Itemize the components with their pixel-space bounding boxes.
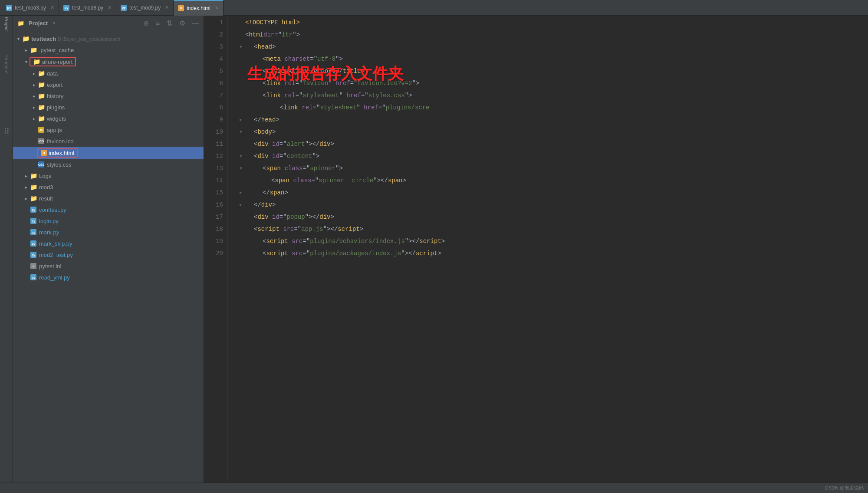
project-header: 📁 Project ▾ ⊕ ≡ ⇅ ⚙ —: [13, 16, 204, 31]
tab-close-icon[interactable]: ✕: [50, 5, 54, 10]
folder-icon: 📁: [37, 92, 45, 99]
tab-close-icon[interactable]: ✕: [215, 5, 219, 11]
code-line-18: <script src="app.js"></script>: [237, 223, 868, 235]
tree-item-login-py[interactable]: py login.py: [13, 215, 204, 227]
tree-label-mark-py: mark.py: [39, 229, 59, 236]
tree-item-read-yml-py[interactable]: py read_yml.py: [13, 272, 204, 283]
chevron-icon: [23, 46, 30, 53]
tree-item-widgets[interactable]: 📁 widgets: [13, 113, 204, 124]
chevron-icon: [30, 70, 37, 77]
tree-item-allure-report[interactable]: 📁 allure-report: [13, 56, 204, 68]
tree-label-read-yml-py: read_yml.py: [39, 274, 70, 281]
tree-item-styles-css[interactable]: CSS styles.css: [13, 159, 204, 170]
tree-item-mod2-test-py[interactable]: py mod2_test.py: [13, 249, 204, 260]
folder-icon-allure: 📁: [33, 58, 40, 65]
code-line-12: ▾ <div id="content">: [237, 150, 868, 162]
tab-test_mod8[interactable]: py test_mod8.py ✕: [59, 0, 116, 16]
tab-index_html[interactable]: H index.html ✕: [174, 0, 224, 16]
code-line-11: <div id="alert"></div>: [237, 138, 868, 150]
py-file-icon: py: [30, 206, 37, 213]
ico-file-icon: ICO: [37, 138, 45, 145]
tree-label-data: data: [47, 70, 58, 77]
tree-item-result[interactable]: 📁 result: [13, 193, 204, 204]
fold-marker[interactable]: ▸: [237, 187, 245, 199]
highlight-box-index: H index.html: [37, 148, 78, 158]
tree-item-mod3[interactable]: 📁 mod3: [13, 181, 204, 193]
fold-marker[interactable]: ▾: [237, 150, 245, 162]
sidebar-item-structure[interactable]: Structure: [1, 59, 12, 69]
tree-label-app-js: app.js: [47, 127, 62, 133]
code-line-14: <span class="spinner__circle"></span>: [237, 174, 868, 187]
sidebar-item-extra[interactable]: ⠿: [1, 125, 12, 135]
folder-icon: 📁: [30, 195, 37, 202]
folder-icon: 📁: [37, 81, 45, 88]
code-line-17: <div id="popup"></div>: [237, 211, 868, 223]
code-line-10: ▾ <body>: [237, 126, 868, 138]
tab-close-icon[interactable]: ✕: [165, 5, 169, 10]
tree-item-pytest-cache[interactable]: 📁 .pytest_cache: [13, 44, 204, 56]
tab-close-icon[interactable]: ✕: [108, 5, 112, 10]
sort-icon[interactable]: ⇅: [167, 19, 172, 27]
tree-label-favicon: favicon.ico: [47, 138, 73, 145]
ini-file-icon: ≡: [30, 263, 37, 270]
project-title: Project: [29, 20, 48, 26]
tree-label-mod2-test-py: mod2_test.py: [39, 252, 73, 258]
gear-icon[interactable]: ⚙: [179, 19, 185, 27]
tree-label-widgets: widgets: [47, 115, 66, 122]
tab-bar: py test_mod3.py ✕ py test_mod8.py ✕ py t…: [0, 0, 868, 16]
fold-marker[interactable]: ▾: [237, 41, 245, 53]
tree-item-logs[interactable]: 📁 Logs: [13, 170, 204, 181]
tree-label-conftest-py: conftest.py: [39, 207, 66, 213]
fold-marker[interactable]: ▸: [237, 114, 245, 126]
tree-item-export[interactable]: 📁 export: [13, 79, 204, 90]
code-line-2: <html dir="ltr">: [237, 29, 868, 41]
folder-icon: 📁: [30, 184, 37, 191]
file-tree: 📁 testteach D:\Buyer_test_code\testteach…: [13, 31, 204, 483]
code-line-4: <meta charset="utf-8">: [237, 53, 868, 65]
sidebar-item-project[interactable]: Project: [1, 19, 12, 30]
reformat-icon[interactable]: ≡: [156, 20, 160, 27]
code-line-3: ▾ <head>: [237, 41, 868, 53]
code-line-7: <link rel="stylesheet" href="styles.css"…: [237, 89, 868, 102]
tree-label-logs: Logs: [39, 173, 51, 179]
tree-label-pytest-cache: .pytest_cache: [39, 47, 74, 53]
code-line-16: ▸ </div>: [237, 199, 868, 211]
status-right: CSDN @老孟说码: [825, 485, 864, 491]
highlight-box-allure: 📁 allure-report: [30, 57, 76, 66]
tree-item-favicon[interactable]: ICO favicon.ico: [13, 135, 204, 147]
tree-label-mark-skip-py: mark_skip.py: [39, 240, 72, 247]
tab-test_mod3[interactable]: py test_mod3.py ✕: [2, 0, 59, 16]
folder-icon: 📁: [22, 35, 30, 42]
chevron-icon: [30, 81, 37, 88]
html-icon: H: [178, 5, 184, 11]
tree-item-plugins[interactable]: 📁 plugins: [13, 102, 204, 113]
tree-item-mark-py[interactable]: py mark.py: [13, 227, 204, 238]
project-dropdown-icon[interactable]: ▾: [53, 20, 56, 26]
py-file-icon: py: [30, 217, 37, 224]
tree-item-testteach[interactable]: 📁 testteach D:\Buyer_test_code\testteach: [13, 33, 204, 44]
tree-item-history[interactable]: 📁 history: [13, 90, 204, 102]
sidebar-label-structure: Structure: [4, 55, 9, 74]
tree-item-conftest-py[interactable]: py conftest.py: [13, 204, 204, 215]
minimize-icon[interactable]: —: [192, 20, 199, 27]
fold-marker[interactable]: ▾: [237, 162, 245, 174]
html-file-icon: H: [41, 150, 47, 156]
tree-label-mod3: mod3: [39, 184, 53, 191]
tree-item-index-html[interactable]: H index.html: [13, 147, 204, 159]
fold-marker[interactable]: ▾: [237, 126, 245, 138]
code-editor[interactable]: <!DOCTYPE html> <html dir="ltr"> ▾ <head…: [228, 16, 868, 483]
tree-item-data[interactable]: 📁 data: [13, 68, 204, 79]
tree-item-pytest-ini[interactable]: ≡ pytest.ini: [13, 260, 204, 272]
code-line-9: ▸ </head>: [237, 114, 868, 126]
chevron-icon: [30, 104, 37, 111]
tree-item-app-js[interactable]: JS app.js: [13, 124, 204, 135]
tab-test_mod9[interactable]: py test_mod9.py ✕: [116, 0, 174, 16]
code-line-15: ▸ </span>: [237, 187, 868, 199]
sidebar-icons: Project Structure ⠿: [0, 16, 13, 483]
tree-label-index-html: index.html: [49, 150, 74, 156]
py-file-icon: py: [30, 274, 37, 281]
fold-marker[interactable]: ▸: [237, 199, 245, 211]
add-icon[interactable]: ⊕: [143, 19, 149, 27]
tree-item-mark-skip-py[interactable]: py mark_skip.py: [13, 238, 204, 249]
py-file-icon: py: [30, 240, 37, 247]
